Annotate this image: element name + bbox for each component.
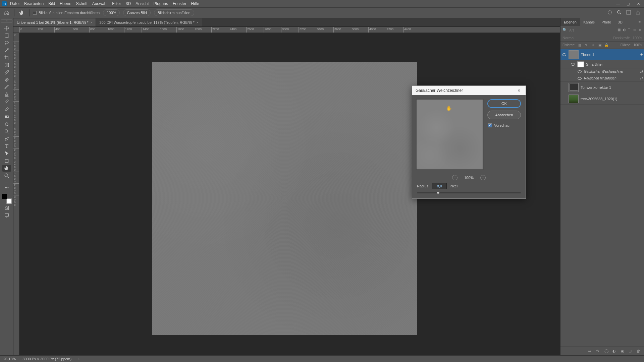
- layer-visibility-icon[interactable]: [562, 97, 567, 101]
- fit-screen-button[interactable]: Ganzes Bild: [123, 9, 150, 16]
- zoom-100-button[interactable]: 100%: [103, 9, 120, 16]
- radius-input[interactable]: [432, 183, 447, 189]
- path-select-tool[interactable]: [2, 150, 11, 157]
- delete-layer-icon[interactable]: 🗑: [637, 349, 641, 354]
- zoom-tool[interactable]: [2, 172, 11, 179]
- document-tab-1[interactable]: Unbenannt-1 bei 26,1% (Ebene 1, RGB/8) *…: [13, 18, 96, 26]
- gradient-tool[interactable]: [2, 113, 11, 120]
- horizontal-ruler[interactable]: 0200400600800100012001400160018002000220…: [13, 27, 560, 33]
- home-icon[interactable]: [3, 9, 11, 17]
- crop-tool[interactable]: [2, 54, 11, 61]
- menu-3d[interactable]: 3D: [126, 1, 131, 6]
- layer-visibility-icon[interactable]: [577, 69, 582, 74]
- blend-mode-select[interactable]: Normal: [562, 36, 610, 40]
- eraser-tool[interactable]: [2, 106, 11, 113]
- layer-thumbnail[interactable]: [569, 83, 579, 92]
- layer-curves[interactable]: Tonwertkorrektur 1: [560, 82, 644, 93]
- document-tab-2[interactable]: 300 DPI Wassertropfen.psdc bei 117% (Tro…: [96, 18, 202, 26]
- status-zoom[interactable]: 26,13%: [3, 357, 16, 361]
- menu-hilfe[interactable]: Hilfe: [191, 1, 199, 6]
- lock-all-icon[interactable]: 🔒: [604, 43, 609, 47]
- dialog-close-icon[interactable]: ×: [516, 88, 522, 93]
- hand-tool[interactable]: [2, 165, 11, 172]
- layer-visibility-icon[interactable]: [577, 76, 582, 81]
- filter-edit-icon[interactable]: ⇄: [640, 76, 643, 80]
- menu-bild[interactable]: Bild: [48, 1, 55, 6]
- history-brush-tool[interactable]: [2, 99, 11, 105]
- filter-gaussian[interactable]: Gaußscher Weichzeichner ⇄: [560, 68, 644, 75]
- panel-tab-3d[interactable]: 3D: [614, 18, 626, 26]
- filter-shape-icon[interactable]: ▭: [633, 28, 637, 33]
- menu-datei[interactable]: Datei: [10, 1, 19, 6]
- opacity-value[interactable]: 100%: [633, 36, 642, 40]
- window-maximize-icon[interactable]: ▢: [625, 1, 632, 6]
- radius-slider[interactable]: [412, 192, 526, 198]
- hand-tool-icon[interactable]: [18, 9, 26, 17]
- layer-thumbnail[interactable]: [569, 95, 579, 103]
- status-flyout-icon[interactable]: ›: [78, 357, 79, 361]
- background-swatch[interactable]: [6, 198, 12, 204]
- status-docinfo[interactable]: 3000 Px × 3000 Px (72 ppcm): [22, 357, 71, 361]
- tab-2-close-icon[interactable]: ×: [197, 21, 199, 24]
- panel-tab-pfade[interactable]: Pfade: [598, 18, 614, 26]
- slider-knob-icon[interactable]: [436, 192, 440, 194]
- panel-menu-icon[interactable]: ≡: [635, 18, 644, 26]
- type-tool[interactable]: [2, 143, 11, 149]
- menu-fenster[interactable]: Fenster: [173, 1, 186, 6]
- filter-adjust-icon[interactable]: ◐: [623, 28, 626, 33]
- menu-plugins[interactable]: Plug-ins: [154, 1, 168, 6]
- blur-tool[interactable]: [2, 121, 11, 127]
- layer-smartfilter[interactable]: Smartfilter: [560, 60, 644, 68]
- fill-screen-button[interactable]: Bildschirm ausfüllen: [154, 9, 194, 16]
- wand-tool[interactable]: [2, 47, 11, 54]
- layer-thumbnail[interactable]: [569, 50, 579, 59]
- search-icon[interactable]: [616, 10, 623, 16]
- screenmode-icon[interactable]: [2, 212, 11, 219]
- layer-visibility-icon[interactable]: [562, 85, 567, 90]
- lock-artboard-icon[interactable]: ▣: [597, 43, 602, 47]
- adjustment-layer-icon[interactable]: ◐: [612, 349, 617, 354]
- filter-noise[interactable]: Rauschen hinzufügen ⇄: [560, 75, 644, 82]
- menu-auswahl[interactable]: Auswahl: [92, 1, 107, 6]
- menu-ansicht[interactable]: Ansicht: [136, 1, 149, 6]
- filter-smart-icon[interactable]: ◈: [639, 28, 642, 33]
- filter-edit-icon[interactable]: ⇄: [640, 70, 643, 73]
- cancel-button[interactable]: Abbrechen: [487, 111, 521, 119]
- eyedropper-tool[interactable]: [2, 69, 11, 76]
- dodge-tool[interactable]: [2, 128, 11, 135]
- panel-tab-kanaele[interactable]: Kanäle: [580, 18, 598, 26]
- workspace-icon[interactable]: [626, 10, 632, 16]
- foreground-swatch[interactable]: [2, 194, 7, 199]
- menu-filter[interactable]: Filter: [112, 1, 121, 6]
- vertical-ruler[interactable]: 02 0 04 0 06 0 08 0 01 0 0 01 2 0 01 4 0…: [13, 33, 19, 355]
- lock-pixels-icon[interactable]: ✎: [584, 43, 589, 47]
- menu-schrift[interactable]: Schrift: [76, 1, 88, 6]
- panel-tab-ebenen[interactable]: Ebenen: [560, 18, 580, 26]
- color-swatches[interactable]: [2, 194, 12, 204]
- shape-tool[interactable]: [2, 158, 11, 164]
- new-layer-icon[interactable]: ⊞: [629, 349, 633, 354]
- layer-tree[interactable]: tree-3095683_1920(1): [560, 93, 644, 105]
- link-layers-icon[interactable]: ∞: [588, 349, 593, 354]
- menu-ebene[interactable]: Ebene: [60, 1, 71, 6]
- pen-tool[interactable]: [2, 135, 11, 142]
- layer-mask-icon[interactable]: ◯: [604, 349, 609, 354]
- scroll-all-windows-checkbox[interactable]: Bildlauf in allen Fenstern durchführen: [33, 11, 100, 15]
- lock-transparent-icon[interactable]: ▦: [577, 43, 582, 47]
- healing-tool[interactable]: [2, 76, 11, 83]
- filter-type-icon[interactable]: T: [628, 28, 632, 33]
- window-minimize-icon[interactable]: —: [614, 1, 622, 6]
- canvas-artboard[interactable]: [152, 62, 417, 335]
- stamp-tool[interactable]: [2, 91, 11, 98]
- frame-tool[interactable]: [2, 62, 11, 68]
- layer-fx-icon[interactable]: fx: [596, 349, 601, 354]
- window-close-icon[interactable]: ✕: [635, 1, 642, 6]
- tab-1-close-icon[interactable]: ×: [90, 21, 92, 24]
- preview-checkbox[interactable]: Vorschau: [487, 123, 521, 127]
- filter-mask-thumbnail[interactable]: [577, 61, 584, 67]
- zoom-in-icon[interactable]: +: [480, 175, 486, 180]
- layer-visibility-icon[interactable]: [562, 52, 567, 57]
- brush-tool[interactable]: [2, 84, 11, 90]
- ok-button[interactable]: OK: [487, 99, 521, 108]
- quickmask-icon[interactable]: [2, 204, 11, 211]
